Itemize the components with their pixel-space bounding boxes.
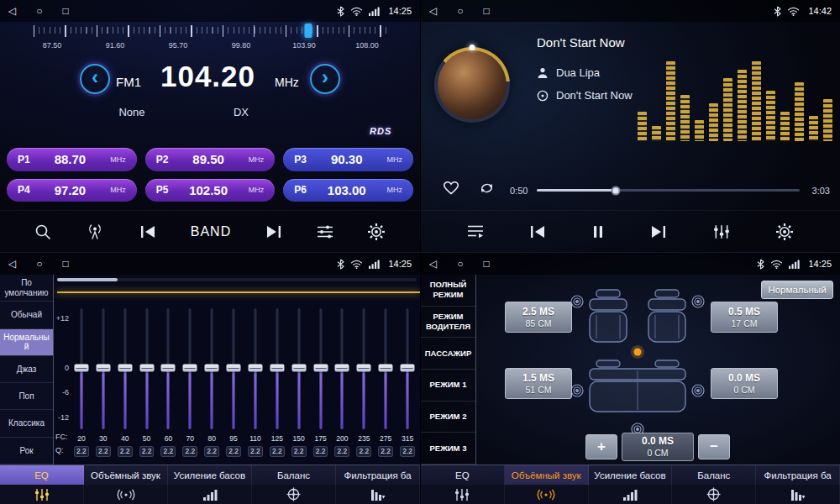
eq-band-slider-knob[interactable]	[379, 365, 393, 372]
tab-bass-boost[interactable]: Усиление басов	[589, 465, 673, 485]
eq-band-slider-knob[interactable]	[161, 365, 176, 372]
eq-band-slider-knob[interactable]	[96, 365, 110, 372]
eq-band-slider-knob[interactable]	[357, 365, 371, 372]
tune-down-button[interactable]: ‹	[80, 64, 110, 94]
eq-band-slider-knob[interactable]	[139, 365, 154, 372]
search-button[interactable]	[34, 223, 51, 240]
eq-scrollbar-thumb[interactable]	[57, 278, 118, 281]
eq-preset-item-0[interactable]: По умолчанию	[0, 275, 53, 302]
balance-icon[interactable]	[252, 485, 336, 504]
nav-recents-icon[interactable]: □	[483, 259, 489, 269]
settings-button[interactable]	[775, 223, 794, 241]
delay-front-right[interactable]: 0.5 MS 17 CM	[711, 302, 778, 333]
album-art[interactable]	[434, 47, 510, 123]
filter-icon[interactable]	[756, 485, 840, 504]
repeat-button[interactable]	[478, 181, 496, 199]
eq-band-slider-knob[interactable]	[335, 365, 349, 372]
preset-button-p5[interactable]: P5102.50MHz	[145, 179, 276, 202]
nav-recents-icon[interactable]: □	[62, 259, 68, 269]
tab-filter[interactable]: Фильтрация ба	[336, 465, 420, 485]
progress-knob[interactable]	[611, 186, 620, 195]
eq-sliders-icon[interactable]	[421, 485, 505, 504]
tab-eq[interactable]: EQ	[0, 465, 84, 485]
eq-band-fc-value: 200	[332, 434, 354, 443]
preset-button-p1[interactable]: P188.70MHz	[7, 148, 137, 171]
preset-button-p6[interactable]: P6103.00MHz	[283, 179, 413, 202]
eq-band-slider-knob[interactable]	[401, 365, 415, 372]
filter-icon[interactable]	[336, 485, 420, 504]
eq-band-slider-knob[interactable]	[270, 365, 284, 372]
nav-back-icon[interactable]: ◁	[8, 6, 16, 16]
balance-icon[interactable]	[672, 485, 756, 504]
eq-preset-item-6[interactable]: Рок	[0, 438, 53, 465]
eq-band-slider-knob[interactable]	[248, 365, 262, 372]
nav-recents-icon[interactable]: □	[62, 6, 68, 16]
equalizer-button[interactable]	[713, 224, 730, 239]
delay-rear-left[interactable]: 1.5 MS 51 CM	[505, 368, 572, 399]
nav-home-icon[interactable]: ○	[457, 6, 463, 16]
progress-bar[interactable]	[537, 189, 800, 192]
delay-front-left[interactable]: 2.5 MS 85 CM	[505, 302, 572, 333]
tab-bass-boost[interactable]: Усиление басов	[168, 465, 252, 485]
surround-sound-icon[interactable]	[505, 485, 589, 504]
eq-preset-item-4[interactable]: Поп	[0, 383, 53, 410]
nav-home-icon[interactable]: ○	[457, 259, 463, 269]
nav-back-icon[interactable]: ◁	[8, 259, 16, 269]
eq-preset-item-3[interactable]: Джаз	[0, 356, 53, 383]
eq-band-slider-knob[interactable]	[118, 365, 132, 372]
preset-button-p3[interactable]: P390.30MHz	[283, 148, 413, 171]
nav-back-icon[interactable]: ◁	[429, 6, 437, 16]
spectrum-bar	[809, 116, 818, 141]
tab-surround-sound[interactable]: Объёмный звук	[84, 465, 168, 485]
nav-home-icon[interactable]: ○	[36, 259, 42, 269]
surround-preset-button[interactable]: Нормальный	[761, 281, 833, 299]
playlist-button[interactable]	[467, 224, 484, 239]
radio-scan-button[interactable]	[85, 223, 105, 239]
tab-balance[interactable]: Баланс	[672, 465, 756, 485]
mixer-button[interactable]	[317, 224, 333, 239]
tuner-marker[interactable]	[305, 24, 312, 38]
delay-minus-button[interactable]: −	[698, 434, 730, 459]
tab-eq[interactable]: EQ	[421, 465, 505, 485]
band-button[interactable]: BAND	[191, 224, 231, 239]
pause-button[interactable]	[592, 225, 604, 239]
nav-back-icon[interactable]: ◁	[429, 259, 437, 269]
nav-recents-icon[interactable]: □	[483, 6, 489, 16]
tab-surround-sound[interactable]: Объёмный звук	[505, 465, 589, 485]
delay-plus-button[interactable]: +	[585, 434, 617, 459]
eq-band-slider-knob[interactable]	[205, 365, 219, 372]
eq-preset-item-1[interactable]: Обычай	[0, 302, 53, 328]
eq-band-slider-knob[interactable]	[74, 365, 88, 372]
surround-mode-item-0[interactable]: ПОЛНЫЙ РЕЖИМ	[421, 275, 475, 307]
eq-band-slider-knob[interactable]	[313, 365, 328, 372]
eq-scrollbar[interactable]	[57, 278, 417, 281]
favorite-button[interactable]	[443, 181, 459, 198]
eq-preset-item-2[interactable]: Нормальный	[0, 329, 53, 356]
surround-mode-item-4[interactable]: РЕЖИМ 2	[421, 402, 475, 433]
next-track-button[interactable]	[650, 225, 667, 239]
bass-boost-icon[interactable]	[168, 485, 252, 504]
surround-mode-item-1[interactable]: РЕЖИМ ВОДИТЕЛЯ	[421, 307, 475, 339]
next-station-button[interactable]	[265, 225, 282, 239]
tab-filter[interactable]: Фильтрация ба	[756, 465, 840, 485]
surround-mode-item-2[interactable]: ПАССАЖИР	[421, 338, 475, 370]
eq-band-slider-knob[interactable]	[183, 365, 197, 372]
prev-station-button[interactable]	[139, 225, 156, 239]
surround-mode-item-3[interactable]: РЕЖИМ 1	[421, 370, 475, 402]
eq-band-slider-knob[interactable]	[291, 365, 306, 372]
frequency-ruler[interactable]: 87.5091.6095.7099.80103.90108.00	[0, 24, 420, 55]
tab-balance[interactable]: Баланс	[252, 465, 336, 485]
bass-boost-icon[interactable]	[589, 485, 673, 504]
eq-preset-item-5[interactable]: Классика	[0, 410, 53, 437]
surround-mode-item-5[interactable]: РЕЖИМ 3	[421, 433, 475, 465]
prev-track-button[interactable]	[529, 225, 546, 239]
delay-rear-right[interactable]: 0.0 MS 0 CM	[711, 368, 778, 399]
preset-button-p2[interactable]: P289.50MHz	[145, 148, 276, 171]
nav-home-icon[interactable]: ○	[36, 6, 42, 16]
settings-button[interactable]	[367, 223, 386, 241]
tune-up-button[interactable]: ›	[310, 64, 340, 94]
eq-sliders-icon[interactable]	[0, 485, 84, 504]
surround-sound-icon[interactable]	[84, 485, 168, 504]
preset-button-p4[interactable]: P497.20MHz	[7, 179, 137, 202]
eq-band-slider-knob[interactable]	[227, 365, 241, 372]
